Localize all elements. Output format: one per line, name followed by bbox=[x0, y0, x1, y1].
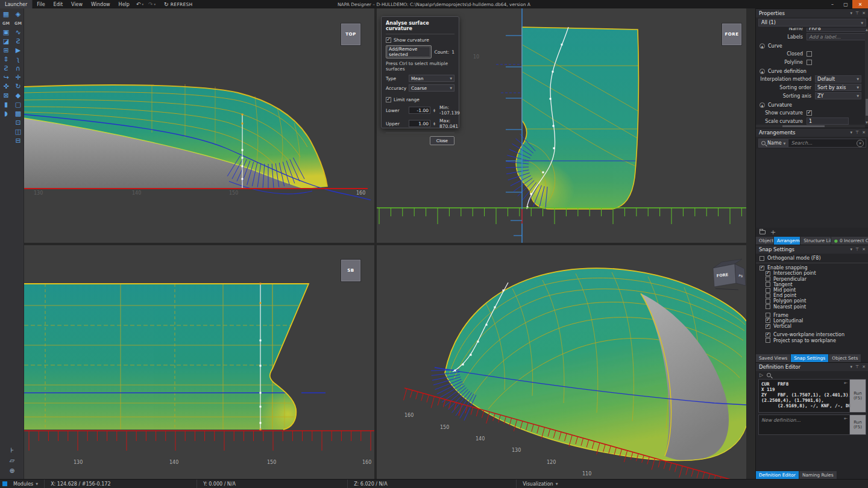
lower-spinner[interactable]: ▲▼ bbox=[433, 108, 435, 113]
tab-snap-snap-settings[interactable]: Snap Settings bbox=[791, 354, 829, 362]
tab-arr-structure-librar[interactable]: Structure Librar bbox=[800, 237, 831, 245]
pick-point-icon[interactable]: ▶ bbox=[13, 46, 24, 55]
collapse-icon[interactable]: ▲ bbox=[760, 43, 765, 49]
minimize-button[interactable]: – bbox=[826, 0, 839, 8]
snap-checkbox-perpendicular[interactable] bbox=[766, 277, 770, 281]
snap-checkbox-mid-point[interactable] bbox=[766, 288, 770, 293]
sorting-axis-select[interactable]: ZY▼ bbox=[815, 92, 861, 99]
snap-checkbox-curve-workplane-intersection[interactable] bbox=[766, 333, 770, 337]
definition-code-editor[interactable]: CUR FRF8 X 119 ZY FBF, (1.7507,1), (2.40… bbox=[759, 380, 849, 412]
pin-icon[interactable]: ⊤ bbox=[855, 247, 859, 252]
upper-spinner[interactable]: ▲▼ bbox=[433, 122, 435, 126]
pin-icon[interactable]: ⊤ bbox=[855, 364, 859, 369]
run-icon[interactable]: ▷ bbox=[760, 372, 763, 378]
dialog-close-button[interactable]: Close bbox=[430, 136, 454, 145]
snap-checkbox-enable-snapping[interactable] bbox=[760, 266, 764, 271]
tab-defedit-definition-editor[interactable]: Definition Editor bbox=[756, 471, 799, 479]
textured-cube-icon[interactable]: ⊡ bbox=[13, 118, 24, 127]
panel-menu-icon[interactable]: ▾ bbox=[851, 11, 853, 16]
viewport-sb-view[interactable]: SB 130140150160 bbox=[24, 245, 374, 479]
sb-view-canvas[interactable] bbox=[24, 245, 374, 479]
snap-checkbox-vertical[interactable] bbox=[766, 324, 770, 329]
tab-arr-arrangement[interactable]: Arrangement bbox=[774, 237, 800, 245]
launcher-menu[interactable]: Launcher bbox=[0, 0, 33, 8]
undo-caret-icon[interactable]: ▾ bbox=[142, 2, 143, 6]
properties-scrollbar[interactable]: ▲▼ bbox=[865, 28, 868, 125]
lower-input[interactable] bbox=[409, 107, 430, 114]
plane-tool-icon[interactable]: ▢ bbox=[13, 100, 24, 109]
arrangements-search-input[interactable] bbox=[788, 140, 857, 146]
open-folder-icon[interactable] bbox=[760, 230, 766, 234]
snap-checkbox-nearest-point[interactable] bbox=[766, 304, 770, 309]
isometric-grid-icon[interactable]: ◈ bbox=[13, 10, 24, 19]
type-select[interactable]: Mean▼ bbox=[409, 75, 454, 82]
menu-item-help[interactable]: Help bbox=[115, 0, 134, 8]
view-cube-top[interactable]: TOP bbox=[341, 23, 361, 46]
solid-box-icon[interactable]: ▩ bbox=[13, 109, 24, 118]
rotate-tool-icon[interactable]: ↻ bbox=[13, 82, 24, 91]
panel-menu-icon[interactable]: ▾ bbox=[851, 130, 853, 135]
upper-input[interactable] bbox=[409, 120, 430, 127]
maximize-button[interactable]: ▢ bbox=[839, 0, 852, 8]
tab-snap-object-sets[interactable]: Object Sets bbox=[829, 354, 861, 362]
tab-snap-saved-views[interactable]: Saved Views bbox=[756, 354, 791, 362]
modules-dropdown[interactable]: Modules▼ bbox=[7, 480, 45, 488]
measure-tool-icon[interactable]: ⊦ bbox=[7, 446, 17, 455]
select-next-icon[interactable]: ↪ bbox=[1, 73, 11, 82]
workplane-icon[interactable]: ▱ bbox=[7, 456, 17, 465]
fillet-curve-icon[interactable]: ʅ bbox=[13, 55, 24, 64]
viewport-perspective[interactable]: FORE PS 160150140130120110 bbox=[377, 245, 746, 479]
scale-tool-icon[interactable]: ⊠ bbox=[1, 91, 11, 100]
tab-arr-0-incorrect-object[interactable]: ●0 Incorrect Object bbox=[831, 237, 868, 245]
show-curvature-checkbox[interactable] bbox=[807, 110, 812, 116]
redo-caret-icon[interactable]: ▾ bbox=[154, 2, 156, 6]
snap-checkbox-end-point[interactable] bbox=[766, 293, 770, 298]
select-column-icon[interactable]: ⇕ bbox=[1, 55, 11, 64]
pin-icon[interactable]: ⊤ bbox=[855, 130, 859, 135]
collapse-icon[interactable]: ▲ bbox=[760, 102, 765, 108]
accuracy-select[interactable]: Coarse▼ bbox=[409, 84, 454, 92]
close-icon[interactable]: ✕ bbox=[862, 364, 866, 369]
copy-cube-icon[interactable]: ⊟ bbox=[13, 136, 24, 145]
snap-checkbox-polygon-point[interactable] bbox=[766, 299, 770, 304]
panel-menu-icon[interactable]: ▾ bbox=[851, 364, 853, 369]
perspective-canvas[interactable]: FORE PS bbox=[377, 245, 746, 479]
panel-menu-icon[interactable]: ▾ bbox=[851, 247, 853, 252]
add-arrangement-icon[interactable]: + bbox=[770, 229, 776, 236]
sorting-order-select[interactable]: Sort by axis▼ bbox=[815, 84, 861, 91]
view-cube-sb[interactable]: SB bbox=[341, 259, 361, 282]
orientation-gizmo[interactable]: FORE PS bbox=[713, 259, 746, 290]
gm-left-label[interactable]: GM bbox=[1, 19, 11, 28]
clear-search-icon[interactable]: ✕ bbox=[857, 140, 864, 147]
select-rect-icon[interactable]: ▣ bbox=[1, 28, 11, 37]
menu-item-window[interactable]: Window bbox=[87, 0, 115, 8]
close-icon[interactable]: ✕ bbox=[862, 247, 866, 252]
move-tool-icon[interactable]: ✜ bbox=[1, 82, 11, 91]
wire-cube-icon[interactable]: ◫ bbox=[13, 127, 24, 136]
labels-input[interactable] bbox=[807, 33, 865, 40]
refresh-button[interactable]: ↻REFRESH bbox=[164, 1, 193, 7]
snap-checkbox-longitudinal[interactable] bbox=[766, 318, 770, 323]
run-button[interactable]: Run (F5) bbox=[849, 380, 866, 412]
polyline-checkbox[interactable] bbox=[807, 60, 812, 65]
collapse-editor-icon[interactable]: ⇤ bbox=[844, 416, 848, 421]
close-icon[interactable]: ✕ bbox=[862, 11, 866, 16]
tab-defedit-naming-rules[interactable]: Naming Rules bbox=[799, 471, 837, 479]
properties-filter-select[interactable]: All (1)▼ bbox=[758, 19, 866, 27]
closed-checkbox[interactable] bbox=[807, 51, 812, 57]
select-curve-icon[interactable]: Ƨ bbox=[1, 64, 11, 73]
show-curvature-checkbox[interactable] bbox=[386, 37, 391, 43]
name-input[interactable] bbox=[807, 28, 865, 32]
axis-cross-icon[interactable]: ✛ bbox=[13, 73, 24, 82]
grid-tool-icon[interactable]: ▦ bbox=[1, 10, 11, 19]
snap-checkbox-intersection-point[interactable] bbox=[766, 271, 770, 276]
search-mode-select[interactable]: Name▼ bbox=[759, 139, 788, 147]
select-line-icon[interactable]: ◪ bbox=[1, 37, 11, 46]
tab-arr-objects[interactable]: Objects bbox=[756, 237, 774, 245]
search-icon[interactable] bbox=[767, 373, 771, 377]
run-button-new[interactable]: Run (F5) bbox=[849, 415, 866, 434]
projection-curve-icon[interactable]: ∩ bbox=[13, 64, 24, 73]
collapse-editor-icon[interactable]: ⇤ bbox=[844, 381, 848, 386]
pin-icon[interactable]: ⊤ bbox=[855, 11, 859, 16]
menu-item-file[interactable]: File bbox=[33, 0, 49, 8]
